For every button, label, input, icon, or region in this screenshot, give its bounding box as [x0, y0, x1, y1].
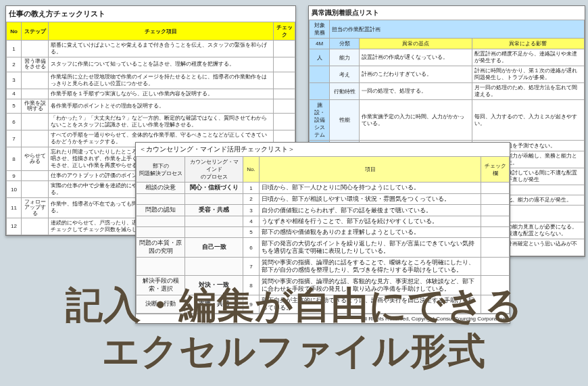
cell-item: 日頃から、部下一人ひとりに関心を持つようにしている。: [260, 183, 481, 194]
cell-4m: 人: [310, 49, 330, 66]
table-row: 人 能力 設置計画の作成が遅くなっている。 配置計画の精度不足から、連絡誤りや未…: [310, 49, 585, 66]
col-4m: 4M: [310, 39, 330, 49]
cell-mind: 支援・共感: [185, 295, 243, 314]
cell-base: 計画のこだわりすぎている。: [360, 66, 472, 83]
table-row: 2 習う準備をさせる スタッフに作業について知っていることを話させ、理解の程度を…: [7, 57, 295, 72]
cell-item: 部下の感情や価値観をありのまま理解しようとしている。: [260, 227, 481, 238]
cell-no: 6: [243, 238, 260, 258]
cell-no: 9: [7, 171, 22, 181]
cell-effect: 月一回の処理のため、処理方法を忘れて間違える。: [472, 83, 585, 100]
sub-plan: 担当の作業配置計画: [330, 20, 585, 39]
cell-check: [481, 295, 510, 314]
cell-cat: 性能: [330, 100, 360, 141]
cell-no: 3: [7, 72, 22, 89]
cell-no: 4: [243, 216, 260, 227]
cell-proc: 解決手段の模索・選択: [137, 276, 185, 295]
cell-proc: 問題の本質・原因の究明: [137, 238, 185, 258]
cell-no: 5: [243, 227, 260, 238]
cell-cat: 行動特性: [330, 83, 360, 100]
cell-mind: [185, 194, 243, 205]
cell-step: [22, 41, 49, 57]
cell-no: 8: [243, 276, 260, 295]
table-row: 6 「わかった？」「大丈夫だね？」など一方的、断定的な確認ではなく、質問させてわ…: [7, 114, 295, 130]
cell-step: [22, 171, 49, 181]
cell-check: [274, 41, 295, 57]
cell-no: 3: [243, 205, 260, 216]
table-row: 4 作業手順を１手順ずつ実演しながら、正しい作業内容を説明する。: [7, 89, 295, 99]
table-row: 施設・設備システム 性能 作業実施予定の入力に時間、人力がかかっている。 毎回、…: [310, 100, 585, 141]
sub-target: 対象業務: [310, 20, 330, 39]
cell-check: [481, 227, 510, 238]
sheet3-table: 部下の 問題解決プロセス カウンセリング・マインド のプロセス No. 項目 チ…: [136, 156, 510, 314]
cell-item: 質問や事実の指摘、論理的な話、客観的な見方、事実想定、体験談など、部下に合わせた…: [260, 276, 481, 295]
cell-check: [481, 238, 510, 258]
cell-no: 1: [7, 41, 22, 57]
cell-item: 各作業手順のポイントとその理由を説明する。: [49, 99, 274, 114]
cell-mind: 関心・信頼づくり: [185, 183, 243, 194]
col-proc: 部下の 問題解決プロセス: [137, 157, 185, 183]
cell-no: 8: [7, 147, 22, 171]
table-row: 相談の決意 関心・信頼づくり 1 日頃から、部下一人ひとりに関心を持つようにして…: [137, 183, 510, 194]
cell-item: 日頃から、部下が相談しやすい環境・状況・雰囲気をつくっている。: [260, 194, 481, 205]
table-row: 7 質問や事実の指摘、論理的に話をすることで、曖昧なところを明確にしたり、部下が…: [137, 258, 510, 276]
table-row: 2 日頃から、部下が相談しやすい環境・状況・雰囲気をつくっている。: [137, 194, 510, 205]
cell-no: 11: [7, 198, 22, 218]
table-row: 問題の認知 受容・共感 3 自分の価値観にとらわれず、部下の話を最後まで聴いてい…: [137, 205, 510, 216]
col-no: No.: [243, 157, 260, 183]
col-step: ステップ: [22, 22, 49, 41]
col-item: チェック項目: [49, 22, 274, 41]
table-row: 1 順番に覚えていけばよいことや覚えるまで付き合うことを伝え、スタッフの緊張を和…: [7, 41, 295, 57]
cell-check: [481, 205, 510, 216]
cell-base: 一回の処理で、処理する。: [360, 83, 472, 100]
table-row: 問題の本質・原因の究明 自己一致 6 部下の発言の大切なポイントを繰り返したり、…: [137, 238, 510, 258]
cell-item: うなずきや相槌を行うことで、部下が話を続けやすくしている。: [260, 216, 481, 227]
cell-effect: 配置計画の精度不足から、連絡誤りや未達が発生する。: [472, 49, 585, 66]
cell-check: [481, 183, 510, 194]
cell-item: 自分の価値観にとらわれず、部下の話を最後まで聴いている。: [260, 205, 481, 216]
cell-no: 6: [7, 114, 22, 130]
table-row: 解決手段の模索・選択 対決・一致 8 質問や事実の指摘、論理的な話、客観的な見方…: [137, 276, 510, 295]
cell-effect: 計画に時間がかかり、第１次の連絡が遅れ問題発生し、トラブルが多発。: [472, 66, 585, 83]
cell-item: 部下の発言の大切なポイントを繰り返したり、部下が言葉にできていない気持ちを適切な…: [260, 238, 481, 258]
cell-check: [481, 216, 510, 227]
cell-mind: [185, 258, 243, 276]
cell-check: [274, 89, 295, 99]
cell-item: 質問や事実の指摘、論理的に話をすることで、曖昧なところを明確にしたり、部下が自分…: [260, 258, 481, 276]
cell-no: 5: [7, 99, 22, 114]
cell-step: [22, 89, 49, 99]
cell-item: 部下自身が主体的に行動できるように、計画や実行を自己決定する手助けを行っている。: [260, 295, 481, 314]
col-check: チェック: [274, 22, 295, 41]
table-row: 3 作業場所に立たせ現地現物で作業のイメージを持たせるとともに、指導者の作業動作…: [7, 72, 295, 89]
col-base: 異常の基点: [360, 39, 472, 49]
cell-check: [481, 258, 510, 276]
cell-item: スタッフに作業について知っていることを話させ、理解の程度を把握する。: [49, 57, 274, 72]
table-row: 考え 計画のこだわりすぎている。 計画に時間がかかり、第１次の連絡が遅れ問題発生…: [310, 66, 585, 83]
col-effect: 異常による影響: [472, 39, 585, 49]
cell-step: 作業を説明する: [22, 99, 49, 114]
cell-check: [274, 72, 295, 89]
counseling-checklist-sheet: ＜カウンセリング・マインド活用チェックリスト＞ 部下の 問題解決プロセス カウン…: [135, 142, 510, 324]
table-row: 4 うなずきや相槌を行うことで、部下が話を続けやすくしている。: [137, 216, 510, 227]
table-row: 決断・行動 支援・共感 9 部下自身が主体的に行動できるように、計画や実行を自己…: [137, 295, 510, 314]
cell-no: 10: [7, 181, 22, 198]
cell-proc: [137, 227, 185, 238]
cell-step: [22, 218, 49, 235]
cell-base: 作業実施予定の入力に時間、人力がかかっている。: [360, 100, 472, 141]
cell-base: 設置計画の作成が遅くなっている。: [360, 49, 472, 66]
sheet2-title: 異常識別着眼点リスト: [309, 6, 585, 20]
cell-no: 2: [7, 57, 22, 72]
cell-item: 作業手順を１手順ずつ実演しながら、正しい作業内容を説明する。: [49, 89, 274, 99]
col-no: No: [7, 22, 22, 41]
cell-check: [274, 57, 295, 72]
col-check: チェック欄: [481, 157, 510, 183]
col-mind: カウンセリング・マインド のプロセス: [185, 157, 243, 183]
cell-item: 順番に覚えていけばよいことや覚えるまで付き合うことを伝え、スタッフの緊張を和らげ…: [49, 41, 274, 57]
cell-check: [481, 276, 510, 295]
cell-mind: [185, 227, 243, 238]
cell-item: 作業場所に立たせ現地現物で作業のイメージを持たせるとともに、指導者の作業動作をは…: [49, 72, 274, 89]
cell-effect: 毎回、入力するので、入力ミスが起きやすい。: [472, 100, 585, 141]
sheet3-title: ＜カウンセリング・マインド活用チェックリスト＞: [136, 143, 510, 156]
cell-4m: [310, 66, 330, 83]
cell-step: [22, 130, 49, 147]
cell-proc: [137, 258, 185, 276]
